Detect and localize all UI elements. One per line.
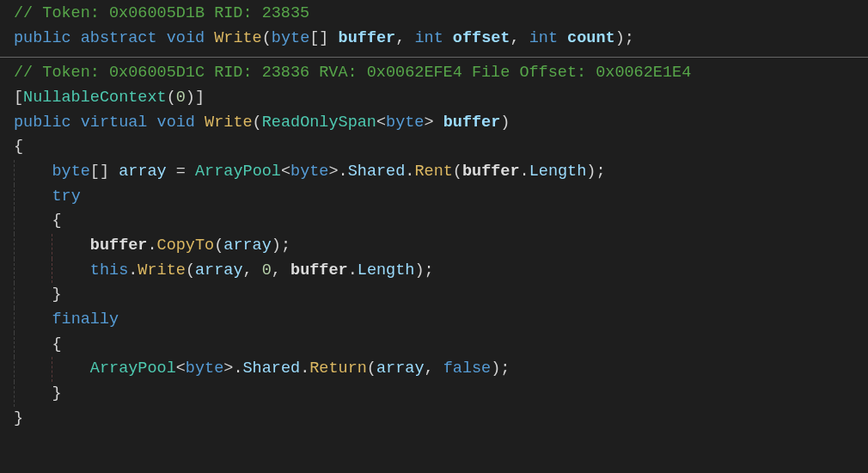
code-line[interactable]: public virtual void Write(ReadOnlySpan<b… [14,111,868,136]
paren-close: ) [414,261,424,280]
method-name: Write [214,29,262,47]
type-byte: byte [52,163,89,181]
code-line[interactable]: public abstract void Write(byte[] buffer… [14,27,868,52]
local-var: array [119,163,167,181]
code-line[interactable]: finally [14,308,868,333]
code-line[interactable]: } [14,382,868,407]
code-line[interactable]: // Token: 0x06005D1B RID: 23835 [14,2,868,27]
code-line[interactable]: // Token: 0x06005D1C RID: 23836 RVA: 0x0… [14,61,868,86]
keyword-public: public [14,29,71,47]
semicolon: ; [281,236,290,255]
array-brackets: [] [309,29,328,47]
code-line[interactable]: byte[] array = ArrayPool<byte>.Shared.Re… [14,160,868,185]
param-count: count [567,29,615,47]
type-int: int [529,29,558,47]
bracket-close: ] [195,89,205,107]
param-offset: offset [453,29,510,47]
method-write: Write [138,261,186,280]
comment-token: // Token: 0x06005D1B RID: 23835 [14,4,309,22]
dot: . [128,261,138,280]
angle-close: > [223,359,233,378]
paren-close: ) [586,163,596,181]
code-line[interactable]: try [14,185,868,210]
keyword-finally: finally [52,310,119,329]
keyword-public: public [14,114,71,132]
code-line[interactable]: this.Write(array, 0, buffer.Length); [14,259,868,284]
dot: . [520,163,529,181]
bracket-open: [ [14,89,23,107]
method-copyto: CopyTo [157,236,215,255]
brace-close: } [52,286,61,304]
local-var: array [376,359,425,378]
dot: . [348,261,358,280]
paren-close: ) [500,114,510,132]
type-int: int [414,29,443,47]
type-byte: byte [186,359,223,378]
semicolon: ; [500,359,510,378]
code-line[interactable]: buffer.CopyTo(array); [14,234,868,259]
array-brackets: [] [90,163,109,181]
paren-close: ) [186,89,195,107]
keyword-virtual: virtual [81,114,148,132]
code-line[interactable]: ArrayPool<byte>.Shared.Return(array, fal… [14,357,868,382]
local-var: array [223,236,272,255]
equals: = [176,163,186,181]
code-line[interactable]: } [14,407,868,432]
paren-close: ) [272,236,281,255]
method-separator [0,57,868,58]
dot: . [339,163,348,181]
brace-open: { [52,212,61,230]
paren-open: ( [253,114,262,132]
semicolon: ; [425,261,434,280]
param-buffer: buffer [290,261,348,280]
dot: . [300,359,309,378]
keyword-false: false [443,359,492,378]
brace-close: } [14,409,23,427]
keyword-void: void [167,29,205,47]
comma: , [395,29,405,47]
code-line[interactable]: [NullableContext(0)] [14,86,868,111]
keyword-void: void [157,114,195,132]
number-literal: 0 [176,89,186,107]
code-line[interactable]: { [14,209,868,234]
paren-open: ( [367,359,376,378]
angle-open: < [281,163,290,181]
type-byte: byte [386,114,424,132]
method-return: Return [309,359,367,378]
attribute-name: NullableContext [23,89,167,107]
method-name: Write [205,114,253,132]
paren-close: ) [491,359,500,378]
dot: . [405,163,414,181]
type-arraypool: ArrayPool [90,359,176,378]
keyword-abstract: abstract [81,29,157,47]
number-literal: 0 [262,261,272,280]
code-line[interactable]: } [14,283,868,308]
type-arraypool: ArrayPool [195,163,281,181]
property-shared: Shared [243,359,301,378]
code-line[interactable]: { [14,333,868,358]
comma: , [272,261,281,280]
paren-open: ( [214,236,223,255]
local-var: array [195,261,243,280]
paren-close: ) [615,29,625,47]
code-editor[interactable]: // Token: 0x06005D1B RID: 23835 public a… [0,0,868,431]
dot: . [147,236,156,255]
angle-open: < [376,114,386,132]
angle-open: < [176,359,186,378]
comma: , [510,29,519,47]
angle-close: > [328,163,338,181]
keyword-try: try [52,187,80,206]
paren-open: ( [262,29,272,47]
comma: , [424,359,433,378]
param-buffer: buffer [90,236,148,255]
comment-token: // Token: 0x06005D1C RID: 23836 RVA: 0x0… [14,64,691,82]
method-rent: Rent [414,163,452,181]
dot: . [233,359,242,378]
type-readonlyspan: ReadOnlySpan [262,114,376,132]
code-line[interactable]: { [14,135,868,160]
type-byte: byte [272,29,309,47]
comma: , [243,261,253,280]
property-length: Length [529,163,587,181]
brace-close: } [52,384,61,402]
semicolon: ; [625,29,634,47]
